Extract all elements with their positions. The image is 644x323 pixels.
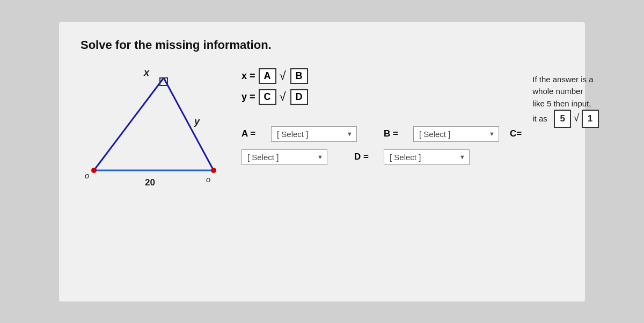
b-select[interactable]: [ Select ] 1 2 5 10 20 xyxy=(413,126,499,142)
y-equation-row: y = C √ D xyxy=(241,89,522,105)
y-d-box: D xyxy=(290,89,308,105)
d-select[interactable]: [ Select ] 1 2 5 10 20 xyxy=(384,149,470,165)
bottom-select[interactable]: [ Select ] 1 2 5 10 20 xyxy=(241,149,327,165)
x-a-box: A xyxy=(259,68,276,84)
svg-line-1 xyxy=(164,78,214,170)
selects-section: A = [ Select ] 1 2 5 10 20 B = xyxy=(241,126,522,165)
a-select-wrapper: [ Select ] 1 2 5 10 20 xyxy=(271,126,357,142)
example-sqrt: √ xyxy=(573,112,579,124)
sqrt-symbol-y: √ xyxy=(280,90,286,104)
x-label: x = xyxy=(241,70,255,82)
sqrt-symbol-x: √ xyxy=(280,69,286,83)
triangle-20-label: 20 xyxy=(145,177,155,188)
y-c-box: C xyxy=(259,89,276,105)
a-select[interactable]: [ Select ] 1 2 5 10 20 xyxy=(271,126,357,142)
bottom-select-wrapper: [ Select ] 1 2 5 10 20 xyxy=(241,149,327,165)
middle-equations: x = A √ B y = C √ D A = [ Select xyxy=(241,63,522,165)
d-label: D = xyxy=(354,152,378,162)
info-line1: If the answer is a xyxy=(532,75,593,84)
d-select-wrapper: [ Select ] 1 2 5 10 20 xyxy=(384,149,470,165)
page-title: Solve for the missing information. xyxy=(80,38,564,52)
b-label: B = xyxy=(384,128,408,139)
select-row-1: A = [ Select ] 1 2 5 10 20 B = xyxy=(241,126,522,142)
b-select-wrapper: [ Select ] 1 2 5 10 20 xyxy=(413,126,499,142)
a-label: A = xyxy=(241,128,266,139)
triangle-o2-label: o xyxy=(206,175,210,184)
example-1: 1 xyxy=(582,110,599,128)
triangle-y-label: y xyxy=(194,116,200,127)
right-info: If the answer is a whole number like 5 t… xyxy=(532,63,644,128)
triangle-o1-label: o xyxy=(85,171,89,180)
info-text: If the answer is a whole number like 5 t… xyxy=(532,74,644,128)
info-line2: whole number xyxy=(532,87,583,96)
triangle-x-label: x xyxy=(143,67,150,78)
svg-line-0 xyxy=(94,78,164,170)
info-line4: it as xyxy=(532,114,547,123)
svg-point-4 xyxy=(91,168,97,173)
example-5: 5 xyxy=(554,110,571,128)
info-line3: like 5 then input, xyxy=(532,99,591,108)
triangle-diagram: x y 20 o o xyxy=(80,63,225,186)
select-row-2: [ Select ] 1 2 5 10 20 D = [ Select ] 1 xyxy=(241,149,522,165)
x-b-box: B xyxy=(290,68,308,84)
c-label: C= xyxy=(510,128,522,139)
y-label: y = xyxy=(241,91,255,103)
main-card: Solve for the missing information. xyxy=(59,22,585,302)
triangle-area: x y 20 o o xyxy=(80,63,231,189)
x-equation-row: x = A √ B xyxy=(241,68,522,84)
svg-point-5 xyxy=(211,168,216,173)
content-area: x y 20 o o x = A √ B xyxy=(80,63,564,189)
